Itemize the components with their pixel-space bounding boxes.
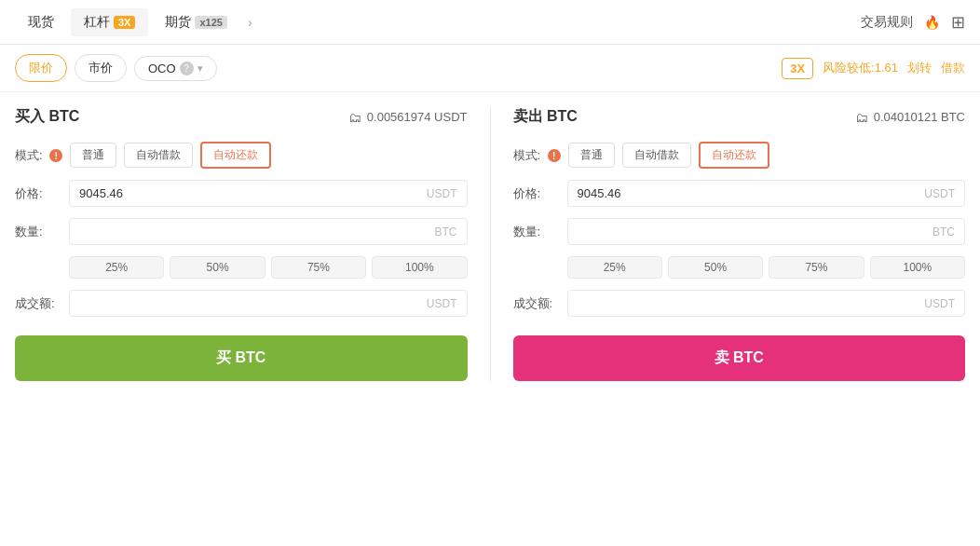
sell-btc-button[interactable]: 卖 BTC xyxy=(513,335,966,381)
buy-panel: 买入 BTC 🗂 0.00561974 USDT 模式: ! 普通 自动借款 自… xyxy=(15,107,468,381)
buy-balance-amount: 0.00561974 USDT xyxy=(367,110,468,124)
buy-qty-label: 数量: xyxy=(15,224,61,240)
sell-amount-input-wrapper: USDT xyxy=(567,290,966,317)
risk-bar: 3X 风险较低:1.61 划转 借款 xyxy=(782,58,965,79)
sell-pct-50-btn[interactable]: 50% xyxy=(668,256,763,279)
sell-mode-auto-repay-btn[interactable]: 自动还款 xyxy=(699,142,769,169)
buy-price-label: 价格: xyxy=(15,185,61,202)
buy-price-input-wrapper: USDT xyxy=(69,180,468,207)
buy-mode-auto-borrow-btn[interactable]: 自动借款 xyxy=(124,143,193,168)
buy-mode-row: 模式: ! 普通 自动借款 自动还款 xyxy=(15,142,468,169)
buy-pct-25-btn[interactable]: 25% xyxy=(69,256,164,279)
sell-qty-unit: BTC xyxy=(932,225,955,239)
buy-amount-label: 成交额: xyxy=(15,295,61,312)
buy-pct-row: 25% 50% 75% 100% xyxy=(15,256,468,279)
tab-leverage[interactable]: 杠杆 3X xyxy=(71,8,148,36)
sell-price-input[interactable] xyxy=(578,186,921,200)
buy-pct-100-btn[interactable]: 100% xyxy=(372,256,467,279)
limit-order-btn[interactable]: 限价 xyxy=(15,54,67,82)
buy-price-input[interactable] xyxy=(79,186,423,200)
sell-amount-unit: USDT xyxy=(924,297,955,310)
sell-balance-amount: 0.04010121 BTC xyxy=(874,110,965,124)
buy-btc-button[interactable]: 买 BTC xyxy=(15,335,468,381)
sell-mode-row: 模式: ! 普通 自动借款 自动还款 xyxy=(513,142,966,169)
main-trading-area: 买入 BTC 🗂 0.00561974 USDT 模式: ! 普通 自动借款 自… xyxy=(0,92,980,396)
sell-mode-label: 模式: ! xyxy=(513,147,561,164)
sell-pct-row: 25% 50% 75% 100% xyxy=(513,256,966,279)
buy-qty-input[interactable] xyxy=(79,225,431,239)
sell-qty-input[interactable] xyxy=(578,225,930,239)
sell-qty-label: 数量: xyxy=(513,224,560,240)
buy-amount-unit: USDT xyxy=(427,297,457,310)
sell-amount-label: 成交额: xyxy=(513,295,560,312)
buy-price-unit: USDT xyxy=(427,187,457,200)
buy-amount-input[interactable] xyxy=(79,296,423,310)
sell-qty-input-wrapper: BTC xyxy=(567,218,966,245)
buy-qty-row: 数量: BTC xyxy=(15,218,468,245)
buy-wallet-icon: 🗂 xyxy=(348,110,361,125)
sell-panel-title: 卖出 BTC xyxy=(513,107,578,127)
buy-mode-normal-btn[interactable]: 普通 xyxy=(70,143,116,168)
buy-qty-unit: BTC xyxy=(435,225,457,239)
oco-order-btn[interactable]: OCO ? ▾ xyxy=(134,56,217,81)
borrow-link[interactable]: 借款 xyxy=(941,60,965,76)
sell-panel-header: 卖出 BTC 🗂 0.04010121 BTC xyxy=(513,107,966,127)
buy-mode-label: 模式: ! xyxy=(15,147,62,164)
buy-mode-auto-repay-btn[interactable]: 自动还款 xyxy=(200,142,271,169)
sell-price-unit: USDT xyxy=(924,187,955,200)
sell-price-row: 价格: USDT xyxy=(513,180,966,207)
sell-mode-normal-btn[interactable]: 普通 xyxy=(568,143,615,168)
buy-price-row: 价格: USDT xyxy=(15,180,468,207)
buy-amount-row: 成交额: USDT xyxy=(15,290,468,317)
tab-futures[interactable]: 期货 x125 xyxy=(152,8,239,36)
leverage-indicator[interactable]: 3X xyxy=(782,58,813,79)
nav-arrow-icon: › xyxy=(248,15,252,30)
sell-pct-75-btn[interactable]: 75% xyxy=(769,256,864,279)
sell-balance-info: 🗂 0.04010121 BTC xyxy=(855,110,965,125)
oco-help-icon[interactable]: ? xyxy=(180,61,194,75)
buy-panel-header: 买入 BTC 🗂 0.00561974 USDT xyxy=(15,107,468,127)
fire-icon: 🔥 xyxy=(924,15,940,30)
top-nav: 现货 杠杆 3X 期货 x125 › 交易规则 🔥 ⊞ xyxy=(0,0,980,45)
sell-price-input-wrapper: USDT xyxy=(567,180,966,207)
tab-spot[interactable]: 现货 xyxy=(15,8,67,36)
nav-right: 交易规则 🔥 ⊞ xyxy=(861,12,965,33)
futures-badge-x125: x125 xyxy=(195,16,226,29)
sell-qty-row: 数量: BTC xyxy=(513,218,966,245)
order-type-bar: 限价 市价 OCO ? ▾ 3X 风险较低:1.61 划转 借款 xyxy=(0,45,980,92)
buy-balance-info: 🗂 0.00561974 USDT xyxy=(348,110,468,125)
sell-pct-25-btn[interactable]: 25% xyxy=(567,256,662,279)
oco-dropdown-icon[interactable]: ▾ xyxy=(197,62,203,75)
sell-mode-info-icon[interactable]: ! xyxy=(548,149,561,162)
leverage-badge-3x: 3X xyxy=(114,16,135,29)
transfer-link[interactable]: 划转 xyxy=(907,60,932,76)
risk-level-text: 风险较低:1.61 xyxy=(823,60,898,76)
sell-amount-input[interactable] xyxy=(578,296,921,310)
trading-rules-link[interactable]: 交易规则 xyxy=(861,14,913,31)
sell-price-label: 价格: xyxy=(513,185,560,202)
buy-qty-input-wrapper: BTC xyxy=(69,218,468,245)
buy-pct-75-btn[interactable]: 75% xyxy=(271,256,366,279)
buy-mode-info-icon[interactable]: ! xyxy=(49,149,62,162)
grid-icon[interactable]: ⊞ xyxy=(951,12,965,33)
sell-wallet-icon: 🗂 xyxy=(855,110,868,125)
sell-pct-100-btn[interactable]: 100% xyxy=(870,256,965,279)
buy-panel-title: 买入 BTC xyxy=(15,107,79,127)
sell-amount-row: 成交额: USDT xyxy=(513,290,966,317)
panel-divider xyxy=(490,107,491,381)
buy-pct-50-btn[interactable]: 50% xyxy=(170,256,265,279)
sell-panel: 卖出 BTC 🗂 0.04010121 BTC 模式: ! 普通 自动借款 自动… xyxy=(513,107,966,381)
buy-amount-input-wrapper: USDT xyxy=(69,290,468,317)
market-order-btn[interactable]: 市价 xyxy=(75,54,127,82)
sell-mode-auto-borrow-btn[interactable]: 自动借款 xyxy=(622,143,691,168)
